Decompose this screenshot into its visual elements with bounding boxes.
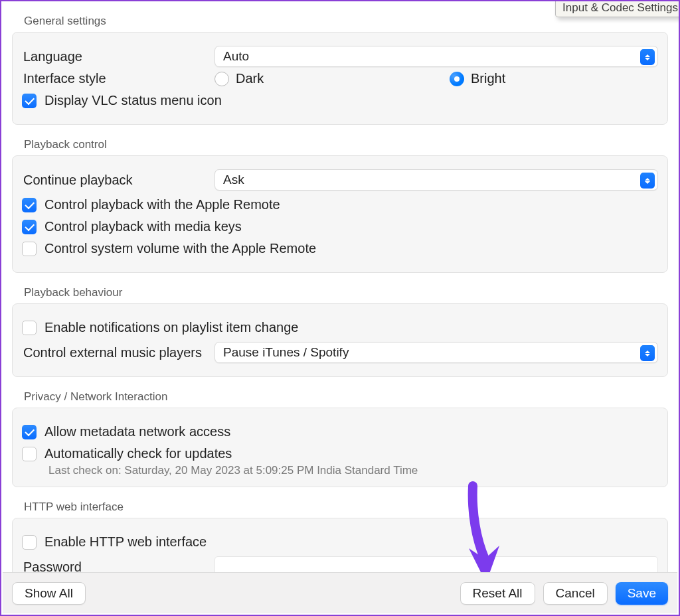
section-header-playback-behaviour: Playback behaviour (12, 273, 668, 303)
checkbox-updates[interactable] (22, 447, 37, 461)
section-playback-control: Continue playback Ask Control playback w… (12, 155, 668, 273)
checkbox-media-keys[interactable] (22, 220, 37, 234)
external-players-label: Control external music players (22, 345, 214, 360)
save-button[interactable]: Save (616, 582, 668, 605)
language-select[interactable]: Auto (214, 46, 658, 67)
checkbox-metadata[interactable] (22, 425, 37, 439)
password-label: Password (22, 560, 214, 573)
checkbox-notifications-label: Enable notifications on playlist item ch… (44, 320, 298, 335)
radio-bright-label: Bright (471, 71, 505, 86)
chevron-up-down-icon (640, 345, 655, 361)
continue-playback-value: Ask (223, 173, 244, 187)
radio-dark-label: Dark (236, 71, 264, 86)
section-header-playback-control: Playback control (12, 125, 668, 155)
section-http: Enable HTTP web interface Password (12, 518, 668, 572)
checkbox-http-label: Enable HTTP web interface (44, 534, 207, 550)
reset-all-button[interactable]: Reset All (460, 582, 535, 605)
last-check-hint: Last check on: Saturday, 20 May 2023 at … (22, 464, 658, 477)
language-label: Language (22, 49, 214, 64)
checkbox-system-volume-remote[interactable] (22, 242, 37, 256)
continue-playback-label: Continue playback (22, 173, 214, 188)
external-players-select[interactable]: Pause iTunes / Spotify (214, 342, 658, 363)
external-players-value: Pause iTunes / Spotify (223, 345, 349, 359)
section-header-privacy: Privacy / Network Interaction (12, 377, 668, 408)
preferences-content: General settings Language Auto Interface… (1, 1, 679, 572)
interface-style-label: Interface style (22, 71, 214, 86)
checkbox-media-keys-label: Control playback with media keys (44, 219, 242, 234)
checkbox-notifications[interactable] (22, 321, 37, 335)
checkbox-status-menu-label: Display VLC status menu icon (44, 93, 222, 108)
checkbox-metadata-label: Allow metadata network access (44, 424, 230, 439)
section-privacy: Allow metadata network access Automatica… (12, 408, 668, 487)
section-playback-behaviour: Enable notifications on playlist item ch… (12, 303, 668, 377)
show-all-button[interactable]: Show All (12, 582, 86, 605)
tooltip-input-codec: Input & Codec Settings (555, 0, 680, 17)
checkbox-http[interactable] (22, 535, 37, 550)
radio-dark[interactable] (214, 72, 229, 86)
password-field[interactable] (214, 556, 658, 572)
section-header-http: HTTP web interface (12, 487, 668, 518)
checkbox-apple-remote[interactable] (22, 198, 37, 212)
checkbox-apple-remote-label: Control playback with the Apple Remote (44, 197, 280, 212)
chevron-up-down-icon (640, 173, 655, 189)
checkbox-status-menu[interactable] (22, 94, 37, 108)
language-select-value: Auto (223, 49, 249, 63)
radio-bright[interactable] (450, 72, 464, 86)
checkbox-updates-label: Automatically check for updates (44, 446, 232, 461)
checkbox-system-volume-remote-label: Control system volume with the Apple Rem… (44, 241, 316, 256)
bottom-toolbar: Show All Reset All Cancel Save (3, 572, 677, 613)
section-general: Language Auto Interface style Dark Brigh… (12, 32, 668, 125)
cancel-button[interactable]: Cancel (543, 582, 608, 605)
continue-playback-select[interactable]: Ask (214, 169, 658, 191)
chevron-up-down-icon (640, 49, 655, 65)
